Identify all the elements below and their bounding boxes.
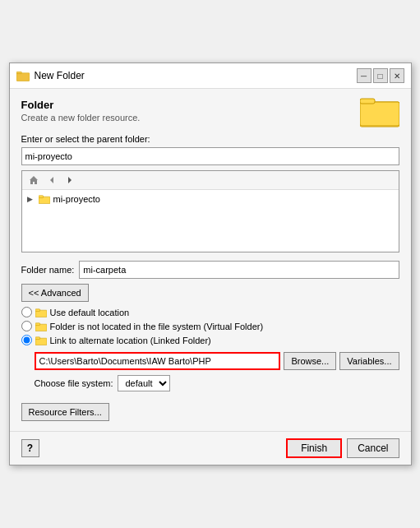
radio-default-location[interactable] bbox=[21, 307, 32, 317]
help-button[interactable]: ? bbox=[21, 439, 39, 457]
svg-rect-15 bbox=[35, 308, 40, 311]
title-bar: New Folder ─ □ ✕ bbox=[10, 63, 411, 89]
nav-forward-button[interactable] bbox=[62, 173, 78, 188]
svg-marker-10 bbox=[50, 177, 53, 183]
close-button[interactable]: ✕ bbox=[390, 68, 404, 83]
finish-button[interactable]: Finish bbox=[286, 438, 342, 458]
browser-toolbar bbox=[22, 171, 399, 190]
svg-rect-6 bbox=[360, 102, 399, 126]
folder-name-label: Folder name: bbox=[21, 265, 75, 275]
tree-item-label: mi-proyecto bbox=[53, 194, 100, 204]
restore-button[interactable]: □ bbox=[373, 68, 388, 83]
folder-browser: ▶ mi-proyecto bbox=[21, 170, 399, 252]
nav-back-button[interactable] bbox=[44, 173, 60, 188]
filesystem-row: Choose file system: default bbox=[35, 375, 399, 391]
filesystem-label: Choose file system: bbox=[35, 378, 113, 388]
radio3-folder-icon bbox=[35, 336, 47, 345]
footer-right: Finish Cancel bbox=[286, 438, 399, 458]
dialog-title: New Folder bbox=[35, 70, 352, 81]
resource-filters-button[interactable]: Resource Filters... bbox=[21, 403, 109, 421]
new-folder-dialog: New Folder ─ □ ✕ Folder Create a new fol… bbox=[9, 63, 412, 465]
nav-home-button[interactable] bbox=[25, 173, 42, 188]
svg-marker-11 bbox=[68, 177, 72, 183]
radio2-folder-icon bbox=[35, 322, 47, 331]
advanced-button[interactable]: << Advanced bbox=[21, 284, 89, 302]
svg-rect-8 bbox=[360, 99, 375, 104]
parent-folder-input[interactable] bbox=[21, 147, 399, 165]
radio3-label: Link to alternate location (Linked Folde… bbox=[50, 336, 211, 345]
location-row: Browse... Variables... bbox=[35, 352, 399, 370]
folder-name-input[interactable] bbox=[79, 261, 399, 279]
dialog-content: Folder Create a new folder resource. Ent… bbox=[10, 89, 411, 431]
svg-rect-13 bbox=[39, 196, 44, 198]
radio-group: Use default location Folder is not locat… bbox=[21, 307, 399, 345]
tree-expand-arrow: ▶ bbox=[27, 195, 35, 203]
svg-marker-9 bbox=[30, 176, 38, 184]
tree-root-item[interactable]: ▶ mi-proyecto bbox=[25, 193, 395, 205]
radio2-label: Folder is not located in the file system… bbox=[50, 322, 264, 331]
tree-folder-icon bbox=[39, 194, 50, 204]
svg-rect-1 bbox=[16, 73, 30, 81]
location-input[interactable] bbox=[35, 352, 281, 370]
minimize-button[interactable]: ─ bbox=[357, 68, 372, 83]
header-row: Folder Create a new folder resource. bbox=[21, 99, 399, 134]
radio1-folder-icon bbox=[35, 308, 47, 317]
header-text: Folder Create a new folder resource. bbox=[21, 99, 141, 134]
radio-row-1: Use default location bbox=[21, 307, 399, 317]
title-bar-icon bbox=[16, 70, 30, 81]
radio-row-2: Folder is not located in the file system… bbox=[21, 321, 399, 331]
filesystem-select[interactable]: default bbox=[118, 375, 170, 391]
variables-button[interactable]: Variables... bbox=[339, 352, 399, 370]
svg-rect-17 bbox=[35, 322, 40, 325]
radio-virtual-folder[interactable] bbox=[21, 321, 32, 331]
radio-linked-folder[interactable] bbox=[21, 335, 32, 345]
radio1-label: Use default location bbox=[50, 308, 130, 317]
folder-icon-big bbox=[360, 95, 399, 128]
section-title: Folder bbox=[21, 99, 141, 111]
folder-icon-area bbox=[360, 95, 399, 131]
browse-button[interactable]: Browse... bbox=[284, 352, 336, 370]
folder-name-row: Folder name: bbox=[21, 261, 399, 279]
title-bar-controls: ─ □ ✕ bbox=[357, 68, 404, 83]
browser-content: ▶ mi-proyecto bbox=[22, 190, 399, 208]
cancel-button[interactable]: Cancel bbox=[347, 438, 399, 458]
svg-rect-2 bbox=[16, 72, 21, 73]
radio-row-3: Link to alternate location (Linked Folde… bbox=[21, 335, 399, 345]
section-subtitle: Create a new folder resource. bbox=[21, 113, 141, 123]
parent-folder-label: Enter or select the parent folder: bbox=[21, 134, 399, 144]
dialog-footer: ? Finish Cancel bbox=[10, 431, 411, 465]
svg-rect-19 bbox=[35, 336, 40, 339]
footer-left: ? bbox=[21, 439, 39, 457]
